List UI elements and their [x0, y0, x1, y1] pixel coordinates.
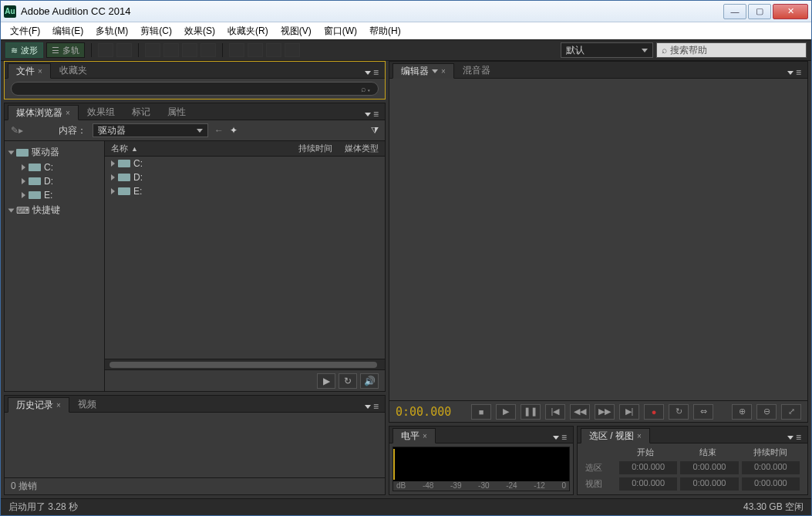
- loop-button[interactable]: ↻: [669, 404, 689, 420]
- tree-item[interactable]: E:: [5, 188, 104, 202]
- toolbar: ≋ 波形 ☰ 多轨 默认: [1, 39, 811, 61]
- tool-heal[interactable]: [285, 43, 300, 57]
- tool-marquee[interactable]: [229, 43, 244, 57]
- menu-multitrack[interactable]: 多轨(M): [91, 23, 133, 39]
- tab-files[interactable]: 文件×: [8, 63, 51, 79]
- rewind-button[interactable]: ◀◀: [570, 404, 590, 420]
- filter-icon[interactable]: ⧩: [371, 125, 379, 136]
- tree-item[interactable]: C:: [5, 160, 104, 174]
- panel-menu-button[interactable]: ≡: [784, 432, 804, 443]
- shortcuts-icon[interactable]: ✎▸: [11, 125, 23, 136]
- play-button[interactable]: ▶: [496, 404, 516, 420]
- up-icon[interactable]: ✦: [230, 125, 238, 136]
- close-icon[interactable]: ×: [637, 432, 642, 440]
- tool-spectral-b[interactable]: [116, 43, 132, 57]
- tab-editor[interactable]: 编辑器 ×: [393, 63, 454, 79]
- loop-preview-button[interactable]: ↻: [339, 373, 357, 389]
- go-end-button[interactable]: ▶|: [619, 404, 639, 420]
- panel-menu-button[interactable]: ≡: [550, 432, 570, 443]
- forward-button[interactable]: ▶▶: [595, 404, 615, 420]
- tab-properties[interactable]: 属性: [159, 104, 194, 120]
- menu-file[interactable]: 文件(F): [5, 23, 45, 39]
- menu-favorites[interactable]: 收藏夹(R): [223, 23, 273, 39]
- menu-clip[interactable]: 剪辑(C): [136, 23, 177, 39]
- view-start-field[interactable]: 0:00.000: [619, 477, 677, 491]
- autoplay-button[interactable]: 🔊: [360, 373, 379, 389]
- multitrack-mode-button[interactable]: ☰ 多轨: [46, 42, 85, 58]
- close-icon[interactable]: ×: [423, 432, 427, 440]
- tree-root-drives[interactable]: 驱动器: [5, 144, 104, 160]
- editor-canvas[interactable]: [389, 79, 807, 400]
- tree-shortcuts[interactable]: ⌨ 快捷键: [5, 202, 104, 218]
- back-icon[interactable]: ←: [214, 125, 224, 136]
- tool-spectral-a[interactable]: [98, 43, 113, 57]
- horizontal-scrollbar[interactable]: [105, 359, 385, 369]
- zoom-fit-button[interactable]: ⤢: [781, 404, 801, 420]
- tool-razor[interactable]: [163, 43, 179, 57]
- tab-mixer[interactable]: 混音器: [454, 62, 499, 78]
- sel-start-field[interactable]: 0:00.000: [619, 461, 677, 474]
- tab-levels[interactable]: 电平×: [393, 428, 436, 443]
- close-icon[interactable]: ×: [441, 67, 446, 76]
- db-scale: dB -48 -39 -30 -24 -12 0: [393, 481, 569, 491]
- sel-end-field[interactable]: 0:00.000: [680, 461, 738, 474]
- menu-window[interactable]: 窗口(W): [319, 23, 362, 39]
- record-button[interactable]: ●: [644, 404, 664, 420]
- close-button[interactable]: ✕: [773, 4, 808, 19]
- col-end: 结束: [677, 447, 740, 458]
- col-duration: 持续时间: [739, 447, 801, 458]
- view-end-field[interactable]: 0:00.000: [680, 477, 738, 491]
- tab-markers[interactable]: 标记: [123, 104, 159, 120]
- panel-menu-button[interactable]: ≡: [784, 67, 804, 78]
- tool-brush[interactable]: [266, 43, 281, 57]
- tool-time[interactable]: [200, 43, 216, 57]
- selection-view-panel: 选区 / 视图× ≡ 开始 结束 持续时间: [577, 426, 808, 495]
- tool-move[interactable]: [145, 43, 160, 57]
- list-item[interactable]: E:: [105, 184, 385, 198]
- close-icon[interactable]: ×: [38, 67, 42, 76]
- col-name[interactable]: 名称 ▲: [105, 143, 292, 154]
- tab-effects-rack[interactable]: 效果组: [79, 104, 123, 120]
- go-start-button[interactable]: |◀: [545, 404, 565, 420]
- chevron-down-icon[interactable]: [432, 69, 438, 73]
- tab-favorites[interactable]: 收藏夹: [51, 62, 96, 78]
- sel-duration-field[interactable]: 0:00.000: [742, 461, 800, 474]
- tab-video[interactable]: 视频: [69, 396, 105, 412]
- tool-slip[interactable]: [182, 43, 197, 57]
- pause-button[interactable]: ❚❚: [521, 404, 541, 420]
- timecode-display[interactable]: 0:00.000: [396, 405, 451, 419]
- zoom-out-button[interactable]: ⊖: [756, 404, 777, 420]
- statusbar: 启动用了 3.28 秒 43.30 GB 空闲: [1, 498, 811, 515]
- play-preview-button[interactable]: ▶: [317, 373, 335, 389]
- menu-effects[interactable]: 效果(S): [180, 23, 220, 39]
- close-icon[interactable]: ×: [66, 109, 70, 117]
- tab-media-browser[interactable]: 媒体浏览器×: [8, 105, 79, 120]
- skip-selection-button[interactable]: ⇔: [693, 404, 713, 420]
- panel-menu-button[interactable]: ≡: [362, 67, 382, 78]
- close-icon[interactable]: ×: [56, 401, 61, 410]
- panel-menu-button[interactable]: ≡: [362, 401, 382, 412]
- minimize-button[interactable]: —: [723, 4, 746, 19]
- content-dropdown[interactable]: 驱动器: [93, 123, 208, 137]
- titlebar[interactable]: Au Adobe Audition CC 2014 — ▢ ✕: [1, 1, 811, 22]
- stop-button[interactable]: ■: [471, 404, 491, 420]
- workspace-dropdown[interactable]: 默认: [561, 42, 653, 58]
- menu-help[interactable]: 帮助(H): [365, 23, 406, 39]
- help-search-input[interactable]: ⌕ 搜索帮助: [656, 42, 807, 58]
- maximize-button[interactable]: ▢: [748, 4, 771, 19]
- tool-lasso[interactable]: [248, 43, 263, 57]
- tree-item[interactable]: D:: [5, 174, 104, 188]
- tab-history[interactable]: 历史记录×: [8, 397, 69, 413]
- tab-selection-view[interactable]: 选区 / 视图×: [581, 428, 650, 443]
- list-item[interactable]: D:: [105, 170, 385, 184]
- waveform-mode-button[interactable]: ≋ 波形: [5, 42, 43, 58]
- files-filter-input[interactable]: ⌕▾: [11, 82, 379, 96]
- col-media-type[interactable]: 媒体类型: [339, 143, 385, 154]
- zoom-in-button[interactable]: ⊕: [732, 404, 752, 420]
- list-item[interactable]: C:: [105, 157, 385, 170]
- panel-menu-button[interactable]: ≡: [362, 109, 382, 120]
- menu-edit[interactable]: 编辑(E): [48, 23, 88, 39]
- menu-view[interactable]: 视图(V): [276, 23, 316, 39]
- view-duration-field[interactable]: 0:00.000: [742, 477, 800, 491]
- col-duration[interactable]: 持续时间: [292, 143, 339, 154]
